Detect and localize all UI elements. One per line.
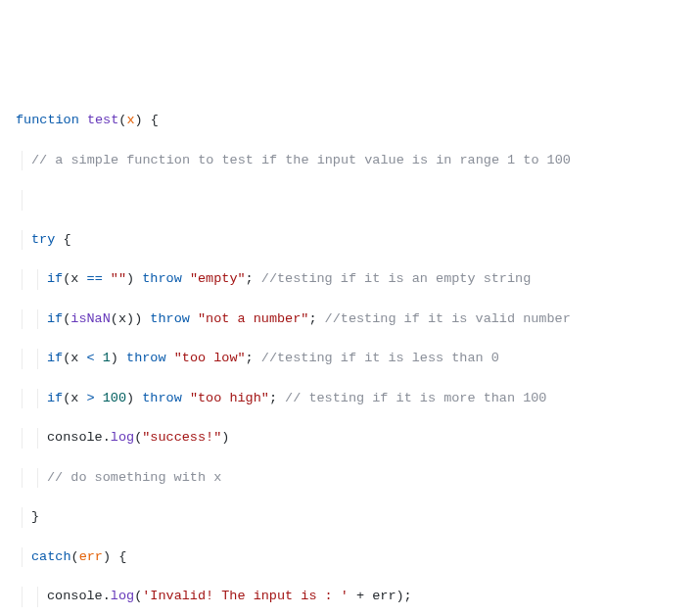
object: console [47,589,103,603]
code-line: if(x < 1) throw "too low"; //testing if … [16,349,683,368]
keyword-catch: catch [31,549,71,564]
keyword-if: if [47,271,63,286]
string: "too low" [174,351,246,365]
operator: > [87,391,95,405]
code-line: function test(x) { [16,111,683,130]
operator: + [349,589,372,603]
object: console [47,430,103,445]
method: log [111,430,134,445]
code-line: if(isNaN(x)) throw "not a number"; //tes… [16,309,683,329]
string: "too high" [190,391,269,405]
code-line: try { [16,230,683,250]
string: "" [111,271,126,286]
var: x [118,311,126,326]
comment: //testing if it is less than 0 [261,351,499,365]
function-name: test [87,113,118,127]
string: 'Invalid! The input is : ' [142,589,349,603]
code-line: if(x > 100) throw "too high"; // testing… [16,389,683,408]
comment: // do something with x [47,470,221,485]
operator: < [87,351,95,365]
var: err [372,589,396,603]
comment: //testing if it is valid number [325,311,571,326]
keyword-throw: throw [142,391,182,405]
builtin-fn: isNaN [70,311,111,326]
code-line: catch(err) { [16,547,683,567]
var: x [70,271,78,286]
keyword-throw: throw [126,351,166,365]
var: x [70,351,78,365]
string: "empty" [190,271,246,286]
keyword-function: function [16,113,79,127]
string: "success!" [142,430,221,445]
keyword-try: try [31,232,55,247]
code-line: console.log('Invalid! The input is : ' +… [16,587,683,606]
code-line: // a simple function to test if the inpu… [16,151,683,170]
param: err [79,549,103,564]
code-line: } [16,507,683,527]
code-line: console.log("success!") [16,428,683,448]
code-block: function test(x) { // a simple function … [16,91,683,616]
keyword-if: if [47,311,63,326]
comment: //testing if it is an empty string [261,271,531,286]
number: 100 [103,391,126,405]
keyword-throw: throw [150,311,190,326]
param: x [126,113,134,127]
comment: // a simple function to test if the inpu… [31,153,571,167]
var: x [70,391,78,405]
code-line: if(x == "") throw "empty"; //testing if … [16,269,683,289]
operator: == [87,271,103,286]
string: "not a number" [198,311,308,326]
comment: // testing if it is more than 100 [285,391,546,405]
code-line: // do something with x [16,468,683,488]
keyword-throw: throw [142,271,182,286]
number: 1 [103,351,111,365]
keyword-if: if [47,351,63,365]
blank-line [16,190,683,210]
keyword-if: if [47,391,63,405]
method: log [111,589,134,603]
